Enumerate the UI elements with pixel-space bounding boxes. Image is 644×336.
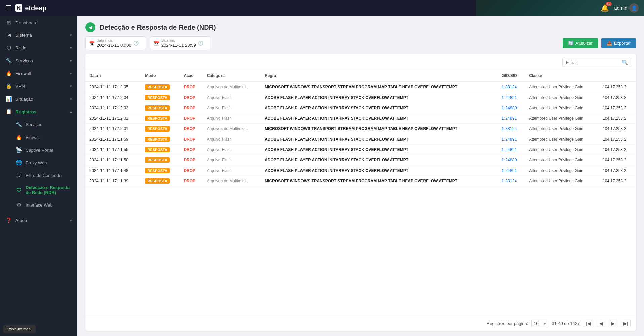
- sidebar-item-label: Ajuda: [15, 218, 67, 223]
- sidebar-sub-label: Detecção e Resposta de Rede (NDR): [26, 185, 72, 195]
- table-row: 2024-11-11 17:11:39 RESPOSTA DROP Arquiv…: [85, 176, 636, 186]
- cell-gid-sid[interactable]: 1:24891: [497, 134, 525, 145]
- cell-classe: Attempted User Privilege Gain: [525, 124, 599, 134]
- admin-menu[interactable]: admin 👤: [614, 3, 639, 13]
- servicos-sub-icon: 🔧: [15, 121, 22, 127]
- cell-gid-sid[interactable]: 1:24889: [497, 155, 525, 165]
- sidebar-item-registros[interactable]: 📋 Registros ▴: [0, 105, 77, 118]
- per-page-label: Registros por página:: [487, 321, 528, 326]
- back-button[interactable]: ◀: [85, 22, 95, 32]
- col-modo[interactable]: Modo: [141, 70, 179, 82]
- cell-acao: DROP: [179, 82, 203, 92]
- cell-classe: Attempted User Privilege Gain: [525, 145, 599, 155]
- cell-modo: RESPOSTA: [141, 82, 179, 92]
- sidebar-item-label: Situação: [15, 97, 67, 102]
- cell-gid-sid[interactable]: 1:24891: [497, 92, 525, 103]
- sidebar-sub-label: Serviços: [26, 122, 72, 127]
- sidebar-sub-proxy-web[interactable]: 🌐 Proxy Web: [0, 156, 77, 169]
- cell-gid-sid[interactable]: 1:24891: [497, 165, 525, 176]
- chevron-down-icon: ▾: [70, 59, 72, 63]
- sidebar-item-firewall[interactable]: 🔥 Firewall ▾: [0, 67, 77, 80]
- table-row: 2024-11-11 17:11:50 RESPOSTA DROP Arquiv…: [85, 155, 636, 165]
- rede-icon: ⬡: [5, 45, 12, 51]
- table-row: 2024-11-11 17:12:01 RESPOSTA DROP Arquiv…: [85, 124, 636, 134]
- cell-classe: Attempted User Privilege Gain: [525, 134, 599, 145]
- hamburger-icon[interactable]: ☰: [5, 4, 11, 12]
- table-row: 2024-11-11 17:12:05 RESPOSTA DROP Arquiv…: [85, 82, 636, 92]
- sidebar-sub-filtro-conteudo[interactable]: 🛡 Filtro de Conteúdo: [0, 169, 77, 182]
- clock-start-icon[interactable]: 🕐: [133, 41, 139, 46]
- chevron-down-icon: ▾: [70, 97, 72, 101]
- notification-button[interactable]: 🔔 15: [601, 4, 609, 12]
- situacao-icon: 📊: [5, 96, 12, 102]
- sidebar-item-sistema[interactable]: 🖥 Sistema ▾: [0, 29, 77, 41]
- sidebar-item-situacao[interactable]: 📊 Situação ▾: [0, 92, 77, 105]
- cell-classe: Attempted User Privilege Gain: [525, 165, 599, 176]
- exportar-button[interactable]: 📤 Exportar: [601, 38, 636, 48]
- cell-acao: DROP: [179, 134, 203, 145]
- filter-input-wrap[interactable]: 🔍: [562, 58, 631, 67]
- sidebar: ⊞ Dashboard 🖥 Sistema ▾ ⬡ Rede ▾ 🔧 Servi…: [0, 16, 77, 336]
- sidebar-item-label: Sistema: [15, 33, 67, 38]
- col-data[interactable]: Data ↓: [85, 70, 141, 82]
- cell-categoria: Arquivo Flash: [203, 113, 260, 124]
- search-icon: 🔍: [622, 60, 628, 65]
- sidebar-item-servicos[interactable]: 🔧 Serviços ▾: [0, 54, 77, 67]
- main-content: ◀ Detecção e Resposta de Rede (NDR) 📅 Da…: [77, 16, 644, 336]
- calendar-end-icon: 📅: [154, 41, 159, 46]
- date-end-input[interactable]: 📅 Data final 2024-11-11 23:59 🕐: [150, 36, 210, 50]
- cell-modo: RESPOSTA: [141, 145, 179, 155]
- sidebar-item-rede[interactable]: ⬡ Rede ▾: [0, 41, 77, 54]
- cell-regra: ADOBE FLASH PLAYER ACTION INITARRAY STAC…: [260, 113, 497, 124]
- cell-categoria: Arquivo Flash: [203, 103, 260, 113]
- col-gid-sid[interactable]: GID:SID: [497, 70, 525, 82]
- sidebar-sub-interface-web[interactable]: ⚙ Interface Web: [0, 198, 77, 211]
- atualizar-button[interactable]: 🔄 Atualizar: [563, 38, 598, 48]
- cell-categoria: Arquivo Flash: [203, 165, 260, 176]
- col-classe[interactable]: Classe: [525, 70, 599, 82]
- cell-modo: RESPOSTA: [141, 165, 179, 176]
- cell-gid-sid[interactable]: 1:24891: [497, 145, 525, 155]
- captive-icon: 📡: [15, 147, 22, 153]
- sidebar-sub-ndr[interactable]: 🛡 Detecção e Resposta de Rede (NDR): [0, 182, 77, 198]
- last-page-button[interactable]: ▶|: [621, 320, 631, 327]
- cell-acao: DROP: [179, 155, 203, 165]
- filtro-icon: 🛡: [15, 173, 22, 178]
- table-row: 2024-11-11 17:11:59 RESPOSTA DROP Arquiv…: [85, 134, 636, 145]
- cell-gid-sid[interactable]: 1:38124: [497, 124, 525, 134]
- cell-data: 2024-11-11 17:11:50: [85, 155, 141, 165]
- cell-regra: MICROSOFT WINDOWS TRANSPORT STREAM PROGR…: [260, 82, 497, 92]
- sidebar-sub-captive-portal[interactable]: 📡 Captive Portal: [0, 144, 77, 156]
- exibir-menu-button[interactable]: Exibir um menu: [3, 325, 36, 333]
- cell-gid-sid[interactable]: 1:24889: [497, 103, 525, 113]
- first-page-button[interactable]: |◀: [583, 320, 593, 327]
- filter-input[interactable]: [566, 60, 620, 65]
- per-page-select[interactable]: 10 25 50 100: [531, 320, 548, 327]
- cell-gid-sid[interactable]: 1:38124: [497, 176, 525, 186]
- sidebar-item-vpn[interactable]: 🔒 VPN ▾: [0, 80, 77, 92]
- next-page-button[interactable]: ▶: [609, 320, 617, 327]
- cell-classe: Attempted User Privilege Gain: [525, 113, 599, 124]
- sidebar-sub-servicos[interactable]: 🔧 Serviços: [0, 118, 77, 131]
- cell-regra: ADOBE FLASH PLAYER ACTION INITARRAY STAC…: [260, 155, 497, 165]
- cell-data: 2024-11-11 17:12:04: [85, 92, 141, 103]
- cell-gid-sid[interactable]: 1:24891: [497, 113, 525, 124]
- topbar: ☰ N etdeep 🔔 15 admin 👤: [0, 0, 644, 16]
- sidebar-item-ajuda[interactable]: ❓ Ajuda ▾: [0, 214, 77, 227]
- chevron-down-icon: ▾: [70, 33, 72, 37]
- interface-icon: ⚙: [15, 202, 22, 208]
- col-acao[interactable]: Ação: [179, 70, 203, 82]
- page-header: ◀ Detecção e Resposta de Rede (NDR): [77, 16, 644, 36]
- atualizar-label: Atualizar: [575, 41, 593, 46]
- clock-end-icon[interactable]: 🕐: [198, 41, 203, 46]
- col-categoria[interactable]: Categoria: [203, 70, 260, 82]
- cell-regra: ADOBE FLASH PLAYER ACTION INITARRAY STAC…: [260, 165, 497, 176]
- sidebar-item-dashboard[interactable]: ⊞ Dashboard: [0, 16, 77, 29]
- date-start-input[interactable]: 📅 Data inicial 2024-11-11 00:00 🕐: [85, 36, 146, 50]
- cell-gid-sid[interactable]: 1:38124: [497, 82, 525, 92]
- sidebar-sub-label: Proxy Web: [26, 160, 72, 165]
- col-regra[interactable]: Regra: [260, 70, 497, 82]
- prev-page-button[interactable]: ◀: [597, 320, 605, 327]
- cell-acao: DROP: [179, 92, 203, 103]
- sidebar-sub-firewall[interactable]: 🔥 Firewall: [0, 131, 77, 144]
